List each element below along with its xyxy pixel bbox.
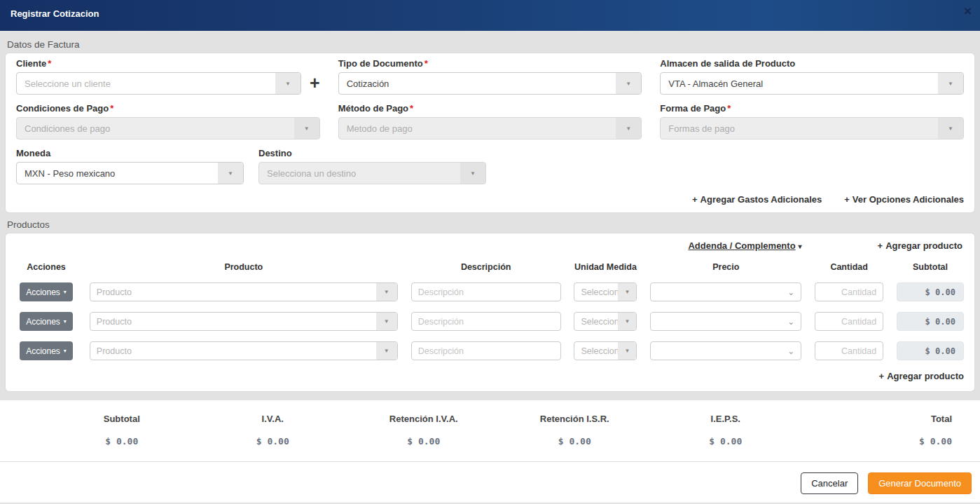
descripcion-input[interactable] xyxy=(411,312,561,331)
producto-select[interactable]: Producto ▼ xyxy=(90,341,398,360)
condiciones-pago-label: Condiciones de Pago* xyxy=(16,104,320,114)
select-arrow-icon[interactable]: ▼ xyxy=(275,73,301,94)
chevron-down-icon: ⌄ xyxy=(787,346,794,356)
total-subtotal: Subtotal $ 0.00 xyxy=(46,414,198,447)
cliente-placeholder: Seleccione un cliente xyxy=(17,73,275,94)
destino-select[interactable]: Selecciona un destino ▼ xyxy=(258,162,486,184)
required-marker: * xyxy=(425,58,428,69)
column-header-precio: Precio xyxy=(650,262,801,272)
acciones-dropdown-button[interactable]: Acciones▾ xyxy=(20,282,73,301)
required-marker: * xyxy=(48,58,51,69)
select-arrow-icon[interactable]: ▼ xyxy=(376,342,397,360)
add-product-link-top[interactable]: +Agregar producto xyxy=(878,240,962,251)
select-arrow-icon[interactable]: ▼ xyxy=(294,118,319,139)
chevron-down-icon: ⌄ xyxy=(787,317,794,327)
cantidad-input[interactable] xyxy=(815,282,883,301)
metodo-pago-select[interactable]: Metodo de pago ▼ xyxy=(338,117,642,139)
unidad-medida-select[interactable]: Seleccione ▼ xyxy=(574,282,637,301)
descripcion-input[interactable] xyxy=(411,282,561,301)
producto-select[interactable]: Producto ▼ xyxy=(90,312,398,331)
select-arrow-icon[interactable]: ▼ xyxy=(616,118,641,139)
caret-down-icon: ▾ xyxy=(64,318,67,325)
add-product-link-bottom[interactable]: +Agregar producto xyxy=(879,371,964,381)
select-arrow-icon[interactable]: ▼ xyxy=(616,73,641,94)
precio-select[interactable]: ⌄ xyxy=(650,312,801,331)
precio-select[interactable]: ⌄ xyxy=(650,341,801,360)
tipo-documento-select[interactable]: Cotización ▼ xyxy=(338,72,642,95)
select-arrow-icon[interactable]: ▼ xyxy=(618,342,636,360)
column-header-descripcion: Descripción xyxy=(411,262,561,272)
metodo-pago-placeholder: Metodo de pago xyxy=(339,118,616,139)
row-subtotal-value: $ 0.00 xyxy=(897,341,964,360)
addenda-complemento-link[interactable]: Addenda / Complemento▾ xyxy=(688,240,801,251)
forma-pago-select[interactable]: Formas de pago ▼ xyxy=(660,117,964,139)
products-table: Acciones Producto Descripción Unidad Med… xyxy=(16,262,964,360)
register-quote-modal: Registrar Cotizacion × Datos de Factura … xyxy=(0,0,980,503)
total-retencion-isr: Retención I.S.R. $ 0.00 xyxy=(499,414,651,447)
required-marker: * xyxy=(410,103,413,114)
unidad-medida-select[interactable]: Seleccione ▼ xyxy=(574,341,637,360)
column-header-unidad: Unidad Medida xyxy=(574,262,637,272)
total-ieps: I.E.P.S. $ 0.00 xyxy=(650,414,801,447)
total-retencion-iva: Retención I.V.A. $ 0.00 xyxy=(348,414,499,447)
cliente-select[interactable]: Seleccione un cliente ▼ xyxy=(16,72,301,95)
modal-body: Datos de Factura Cliente* Seleccione un … xyxy=(0,31,980,391)
destino-label: Destino xyxy=(258,149,486,158)
acciones-dropdown-button[interactable]: Acciones▾ xyxy=(20,341,73,360)
plus-icon: + xyxy=(844,194,850,205)
select-arrow-icon[interactable]: ▼ xyxy=(938,118,963,139)
select-arrow-icon[interactable]: ▼ xyxy=(460,163,485,184)
select-arrow-icon[interactable]: ▼ xyxy=(938,73,963,94)
plus-icon: + xyxy=(692,194,698,205)
select-arrow-icon[interactable]: ▼ xyxy=(218,163,243,184)
cancel-button[interactable]: Cancelar xyxy=(801,472,858,494)
moneda-select[interactable]: MXN - Peso mexicano ▼ xyxy=(16,162,244,184)
unidad-medida-select[interactable]: Seleccione ▼ xyxy=(574,312,637,331)
add-client-button[interactable]: + xyxy=(310,74,320,93)
cliente-label: Cliente* xyxy=(16,59,320,69)
products-section-title: Productos xyxy=(7,219,974,230)
modal-header: Registrar Cotizacion × xyxy=(0,0,980,31)
required-marker: * xyxy=(727,103,731,114)
totals-strip: Subtotal $ 0.00 I.V.A. $ 0.00 Retención … xyxy=(0,400,980,503)
destino-field-group: Destino Selecciona un destino ▼ xyxy=(258,149,486,184)
almacen-select[interactable]: VTA - Almacén General ▼ xyxy=(660,72,964,95)
almacen-field-group: Almacen de salida de Producto VTA - Alma… xyxy=(660,59,964,95)
column-header-acciones: Acciones xyxy=(16,262,76,272)
forma-pago-placeholder: Formas de pago xyxy=(661,118,938,139)
condiciones-pago-field-group: Condiciones de Pago* Condiciones de pago… xyxy=(16,104,320,139)
caret-down-icon: ▾ xyxy=(64,289,67,295)
acciones-dropdown-button[interactable]: Acciones▾ xyxy=(20,312,73,331)
select-arrow-icon[interactable]: ▼ xyxy=(376,283,397,301)
descripcion-input[interactable] xyxy=(411,341,561,360)
caret-down-icon: ▾ xyxy=(799,243,802,250)
select-arrow-icon[interactable]: ▼ xyxy=(618,283,636,301)
column-header-cantidad: Cantidad xyxy=(815,262,883,272)
moneda-label: Moneda xyxy=(16,149,244,158)
select-arrow-icon[interactable]: ▼ xyxy=(618,313,636,330)
tipo-documento-value: Cotización xyxy=(339,73,616,94)
producto-select[interactable]: Producto ▼ xyxy=(90,282,398,301)
row-subtotal-value: $ 0.00 xyxy=(897,282,964,301)
products-card: Addenda / Complemento▾ +Agregar producto… xyxy=(6,233,974,391)
show-additional-options-link[interactable]: +Ver Opciones Adicionales xyxy=(844,194,964,205)
total-iva: I.V.A. $ 0.00 xyxy=(198,414,349,447)
close-icon[interactable]: × xyxy=(964,4,972,18)
add-additional-costs-link[interactable]: +Agregar Gastos Adicionales xyxy=(692,194,822,205)
modal-footer: Cancelar Generar Documento xyxy=(0,462,980,494)
generate-document-button[interactable]: Generar Documento xyxy=(868,472,972,494)
column-header-producto: Producto xyxy=(90,262,398,272)
select-arrow-icon[interactable]: ▼ xyxy=(376,313,397,330)
forma-pago-field-group: Forma de Pago* Formas de pago ▼ xyxy=(660,104,964,139)
condiciones-pago-select[interactable]: Condiciones de pago ▼ xyxy=(16,117,320,139)
cliente-field-group: Cliente* Seleccione un cliente ▼ + xyxy=(16,59,320,95)
invoice-section-title: Datos de Factura xyxy=(7,39,974,50)
almacen-label: Almacen de salida de Producto xyxy=(660,59,964,69)
destino-placeholder: Selecciona un destino xyxy=(259,163,460,184)
cantidad-input[interactable] xyxy=(815,341,883,360)
cantidad-input[interactable] xyxy=(815,312,883,331)
precio-select[interactable]: ⌄ xyxy=(650,282,801,301)
modal-title: Registrar Cotizacion xyxy=(11,8,99,19)
column-header-subtotal: Subtotal xyxy=(897,262,964,272)
row-subtotal-value: $ 0.00 xyxy=(897,312,964,331)
